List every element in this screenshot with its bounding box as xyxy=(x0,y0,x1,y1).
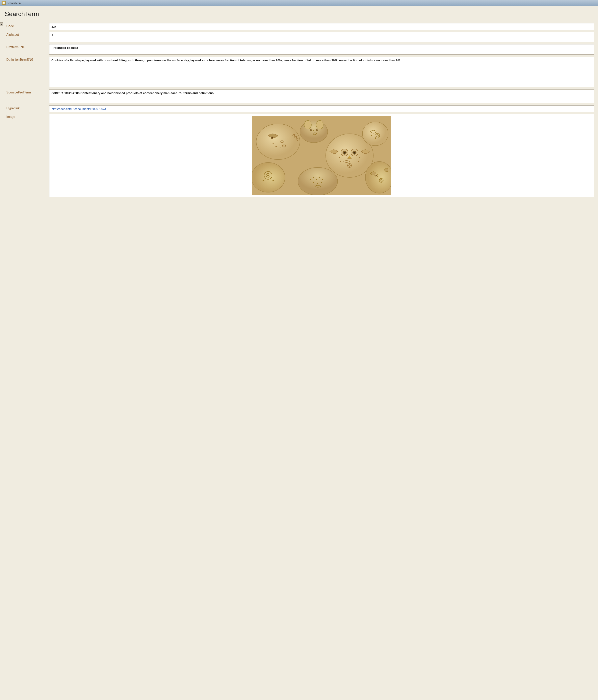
svg-rect-4 xyxy=(3,4,4,4)
svg-point-39 xyxy=(263,180,264,181)
svg-point-41 xyxy=(298,168,338,195)
left-sidebar: ▶ xyxy=(0,21,4,202)
title-bar: SearchTerm xyxy=(0,0,598,6)
svg-point-34 xyxy=(358,161,359,162)
svg-point-26 xyxy=(344,152,346,154)
source-input[interactable]: GOST R 53041-2008 Confectionery and half… xyxy=(49,90,594,103)
alphabet-value-container: P xyxy=(49,31,594,44)
source-label: SoursceProfTerm xyxy=(5,89,49,96)
code-value-container xyxy=(49,22,594,31)
page-title: SearchTerm xyxy=(5,10,593,18)
svg-point-46 xyxy=(322,179,323,180)
image-row: Image xyxy=(5,113,594,198)
svg-point-38 xyxy=(267,175,269,176)
hyperlink-display[interactable]: http://docs.cntd.ru/document/1200073044 xyxy=(49,105,594,112)
code-row: Code xyxy=(5,22,594,31)
title-bar-icon xyxy=(2,1,5,5)
svg-rect-1 xyxy=(3,2,5,3)
image-value-container xyxy=(49,113,594,198)
alphabet-input[interactable]: P xyxy=(49,32,594,42)
profterm-input[interactable]: Prolonged cookies xyxy=(49,44,594,55)
svg-point-27 xyxy=(353,152,355,154)
svg-point-17 xyxy=(310,129,312,131)
svg-point-42 xyxy=(310,179,312,180)
svg-point-40 xyxy=(273,180,274,181)
code-label: Code xyxy=(5,22,49,30)
svg-point-54 xyxy=(375,138,376,139)
svg-point-57 xyxy=(375,175,377,176)
svg-point-15 xyxy=(304,120,312,129)
svg-point-12 xyxy=(273,143,274,144)
svg-point-8 xyxy=(272,137,273,138)
svg-point-6 xyxy=(256,124,300,159)
svg-point-14 xyxy=(300,121,328,143)
alphabet-label: Alphabet xyxy=(5,31,49,39)
svg-point-43 xyxy=(313,177,315,178)
form-area: Code Alphabet P ProftermENG Prolonged co… xyxy=(4,21,598,202)
definition-label: DefinitionTermENG xyxy=(5,56,49,64)
svg-point-55 xyxy=(366,161,391,193)
svg-point-48 xyxy=(317,183,318,184)
definition-input[interactable]: Cookies of a flat shape, layered with or… xyxy=(49,57,594,87)
hyperlink-link[interactable]: http://docs.cntd.ru/document/1200073044 xyxy=(51,107,106,110)
cookie-svg xyxy=(252,116,391,195)
svg-point-49 xyxy=(321,182,322,183)
svg-point-44 xyxy=(316,179,317,180)
expand-arrow[interactable]: ▶ xyxy=(0,22,3,26)
alphabet-row: Alphabet P xyxy=(5,31,594,44)
svg-point-50 xyxy=(363,122,388,146)
content-area: ▶ Code Alphabet P ProftermENG Prolonged … xyxy=(0,21,598,206)
svg-point-13 xyxy=(280,147,280,148)
svg-point-20 xyxy=(316,130,317,131)
svg-point-16 xyxy=(316,120,323,129)
svg-point-31 xyxy=(339,157,340,158)
svg-point-53 xyxy=(371,135,372,136)
svg-point-11 xyxy=(275,146,277,147)
svg-point-32 xyxy=(340,161,341,162)
hyperlink-value-container: http://docs.cntd.ru/document/1200073044 xyxy=(49,105,594,113)
source-row: SoursceProfTerm GOST R 53041-2008 Confec… xyxy=(5,89,594,105)
profterm-row: ProftermENG Prolonged cookies xyxy=(5,44,594,56)
definition-row: DefinitionTermENG Cookies of a flat shap… xyxy=(5,56,594,89)
page-header: SearchTerm xyxy=(0,6,598,21)
hyperlink-label: Hyperlink xyxy=(5,105,49,112)
svg-point-19 xyxy=(313,130,314,131)
profterm-label: ProftermENG xyxy=(5,44,49,51)
code-input[interactable] xyxy=(49,23,594,30)
svg-rect-3 xyxy=(3,3,5,4)
hyperlink-row: Hyperlink http://docs.cntd.ru/document/1… xyxy=(5,105,594,113)
profterm-value-container: Prolonged cookies xyxy=(49,44,594,56)
image-label: Image xyxy=(5,113,49,121)
definition-value-container: Cookies of a flat shape, layered with or… xyxy=(49,56,594,89)
svg-point-33 xyxy=(359,157,360,158)
svg-point-45 xyxy=(319,177,320,178)
title-bar-label: SearchTerm xyxy=(7,2,21,5)
source-value-container: GOST R 53041-2008 Confectionery and half… xyxy=(49,89,594,105)
image-display xyxy=(49,114,594,197)
svg-point-47 xyxy=(313,182,315,183)
